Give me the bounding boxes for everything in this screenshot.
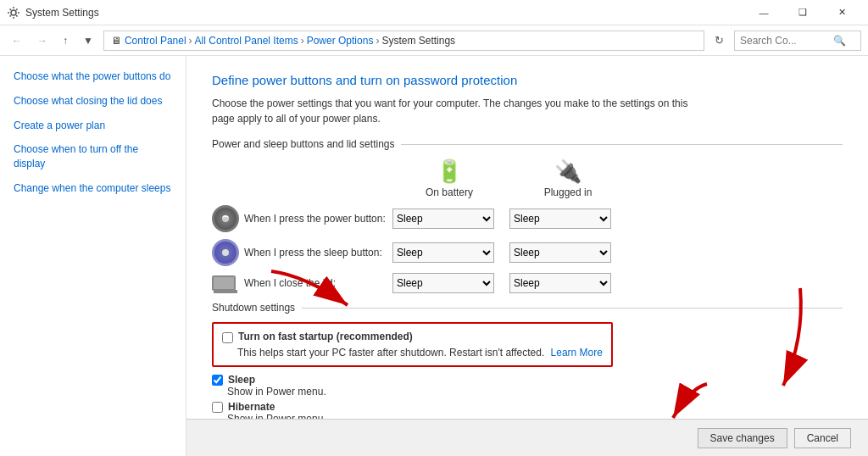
path-segment: Control Panel — [125, 35, 186, 47]
red-arrow-save — [656, 380, 724, 431]
sleep-setting-desc: Show in Power menu. — [227, 386, 843, 398]
settings-icon — [7, 6, 20, 19]
plug-icon: 🔌 — [554, 158, 581, 185]
shutdown-section-title: Shutdown settings — [212, 302, 295, 314]
lid-shape — [212, 275, 236, 291]
save-changes-button[interactable]: Save changes — [698, 428, 787, 448]
search-icon: 🔍 — [833, 35, 846, 47]
nav-item-display[interactable]: Choose when to turn off the display — [0, 137, 186, 176]
lid-base — [214, 290, 237, 293]
fast-startup-box: Turn on fast startup (recommended) This … — [212, 322, 613, 367]
recent-button[interactable]: ▼ — [78, 31, 98, 50]
refresh-button[interactable]: ↻ — [709, 31, 729, 50]
power-button-battery-select[interactable]: Do nothing Sleep Hibernate Shut down Tur… — [392, 209, 494, 229]
left-navigation: Choose what the power buttons do Choose … — [0, 56, 186, 456]
hibernate-checkbox[interactable] — [212, 402, 223, 413]
sleep-checkbox[interactable] — [212, 375, 223, 386]
on-battery-label: On battery — [426, 186, 473, 198]
sleep-checkbox-row: Sleep — [212, 374, 843, 386]
shutdown-divider — [302, 308, 843, 309]
hibernate-checkbox-row: Hibernate — [212, 401, 843, 413]
content-panel: Define power buttons and turn on passwor… — [186, 56, 868, 419]
battery-icon: 🔋 — [436, 158, 463, 185]
address-bar: ← → ↑ ▼ 🖥 Control Panel › All Control Pa… — [0, 25, 868, 56]
lid-battery-select[interactable]: Do nothing Sleep Hibernate Shut down — [392, 273, 494, 293]
power-button-row: When I press the power button: Do nothin… — [212, 205, 843, 232]
plugged-in-label: Plugged in — [544, 186, 593, 198]
power-button-icon — [212, 205, 239, 232]
lid-row: When I close the lid: Do nothing Sleep H… — [212, 273, 843, 293]
nav-item-power-buttons[interactable]: Choose what the power buttons do — [0, 64, 186, 89]
title-bar-controls: — ❑ ✕ — [744, 0, 861, 25]
power-button-label: When I press the power button: — [244, 213, 392, 225]
lid-label: When I close the lid: — [244, 277, 392, 289]
app-window: System Settings — ❑ ✕ ← → ↑ ▼ 🖥 Control … — [0, 0, 868, 456]
minimize-button[interactable]: — — [744, 0, 783, 25]
bottom-button-bar: Save changes Cancel — [186, 419, 868, 456]
lid-plugged-select[interactable]: Do nothing Sleep Hibernate Shut down — [509, 273, 611, 293]
svg-point-0 — [11, 10, 16, 15]
forward-button[interactable]: → — [32, 31, 53, 50]
cancel-button[interactable]: Cancel — [794, 428, 851, 448]
path-segment-current: System Settings — [381, 35, 455, 47]
column-headers: 🔋 On battery 🔌 Plugged in — [390, 158, 843, 198]
sleep-button-row: When I press the sleep button: Do nothin… — [212, 239, 843, 266]
page-title: Define power buttons and turn on passwor… — [212, 73, 843, 87]
power-sleep-section-title: Power and sleep buttons and lid settings — [212, 138, 394, 150]
up-button[interactable]: ↑ — [58, 31, 73, 50]
path-segment-power: Power Options — [307, 35, 374, 47]
title-bar: System Settings — ❑ ✕ — [0, 0, 868, 25]
maximize-button[interactable]: ❑ — [783, 0, 822, 25]
section-divider — [401, 144, 843, 145]
plugged-in-header: 🔌 Plugged in — [509, 158, 627, 198]
hibernate-setting-desc: Show in Power menu. — [227, 413, 843, 419]
fast-startup-checkbox[interactable] — [222, 332, 233, 343]
path-segment: All Control Panel Items — [195, 35, 298, 47]
address-icon: 🖥 — [111, 35, 121, 47]
nav-item-sleep[interactable]: Change when the computer sleeps — [0, 176, 186, 201]
hibernate-setting-row: Hibernate Show in Power menu. — [212, 401, 843, 419]
sleep-button-plugged-select[interactable]: Do nothing Sleep Hibernate Shut down — [509, 242, 611, 263]
window-title: System Settings — [25, 7, 99, 19]
sleep-setting-label: Sleep — [228, 374, 255, 386]
fast-startup-desc-text: This helps start your PC faster after sh… — [237, 347, 544, 359]
lid-icon — [212, 273, 239, 293]
search-input[interactable] — [740, 35, 833, 47]
sleep-setting-row: Sleep Show in Power menu. — [212, 374, 843, 398]
address-path[interactable]: 🖥 Control Panel › All Control Panel Item… — [103, 31, 704, 51]
learn-more-link[interactable]: Learn More — [551, 347, 603, 359]
page-description: Choose the power settings that you want … — [212, 96, 704, 126]
nav-item-lid[interactable]: Choose what closing the lid does — [0, 89, 186, 114]
back-button[interactable]: ← — [7, 31, 27, 50]
search-box: 🔍 — [734, 31, 861, 51]
nav-item-create-plan[interactable]: Create a power plan — [0, 114, 186, 138]
close-button[interactable]: ✕ — [822, 0, 861, 25]
shutdown-section-header: Shutdown settings — [212, 302, 843, 314]
sleep-button-label: When I press the sleep button: — [244, 247, 392, 259]
fast-startup-label: Turn on fast startup (recommended) — [238, 331, 413, 342]
sleep-button-icon — [212, 239, 239, 266]
power-button-plugged-select[interactable]: Do nothing Sleep Hibernate Shut down Tur… — [509, 209, 611, 229]
fast-startup-desc: This helps start your PC faster after sh… — [237, 347, 603, 359]
on-battery-header: 🔋 On battery — [390, 158, 509, 198]
sleep-button-battery-select[interactable]: Do nothing Sleep Hibernate Shut down — [392, 242, 494, 263]
fast-startup-checkbox-row: Turn on fast startup (recommended) — [222, 331, 603, 343]
power-sleep-section-header: Power and sleep buttons and lid settings — [212, 138, 843, 150]
sleep-symbol — [222, 249, 229, 256]
power-symbol — [222, 215, 229, 222]
title-bar-left: System Settings — [7, 6, 99, 19]
hibernate-setting-label: Hibernate — [228, 401, 275, 413]
